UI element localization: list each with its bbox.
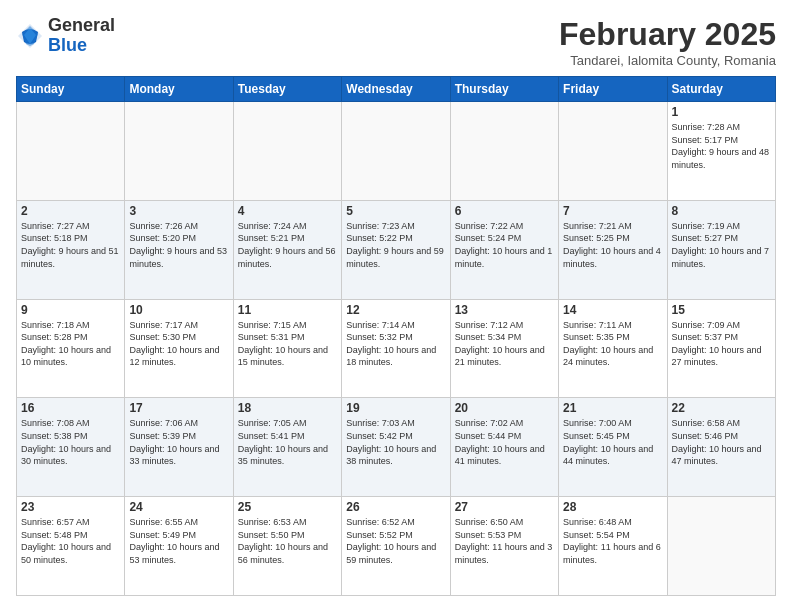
day-number: 23 xyxy=(21,500,120,514)
day-number: 27 xyxy=(455,500,554,514)
table-row: 11Sunrise: 7:15 AM Sunset: 5:31 PM Dayli… xyxy=(233,299,341,398)
table-row: 13Sunrise: 7:12 AM Sunset: 5:34 PM Dayli… xyxy=(450,299,558,398)
location: Tandarei, Ialomita County, Romania xyxy=(559,53,776,68)
day-info: Sunrise: 7:18 AM Sunset: 5:28 PM Dayligh… xyxy=(21,319,120,369)
day-info: Sunrise: 7:11 AM Sunset: 5:35 PM Dayligh… xyxy=(563,319,662,369)
day-info: Sunrise: 7:03 AM Sunset: 5:42 PM Dayligh… xyxy=(346,417,445,467)
day-info: Sunrise: 7:21 AM Sunset: 5:25 PM Dayligh… xyxy=(563,220,662,270)
day-info: Sunrise: 7:00 AM Sunset: 5:45 PM Dayligh… xyxy=(563,417,662,467)
col-wednesday: Wednesday xyxy=(342,77,450,102)
day-number: 7 xyxy=(563,204,662,218)
header: General Blue February 2025 Tandarei, Ial… xyxy=(16,16,776,68)
day-number: 12 xyxy=(346,303,445,317)
table-row: 26Sunrise: 6:52 AM Sunset: 5:52 PM Dayli… xyxy=(342,497,450,596)
table-row: 15Sunrise: 7:09 AM Sunset: 5:37 PM Dayli… xyxy=(667,299,775,398)
day-info: Sunrise: 6:48 AM Sunset: 5:54 PM Dayligh… xyxy=(563,516,662,566)
day-info: Sunrise: 7:26 AM Sunset: 5:20 PM Dayligh… xyxy=(129,220,228,270)
table-row xyxy=(667,497,775,596)
table-row: 20Sunrise: 7:02 AM Sunset: 5:44 PM Dayli… xyxy=(450,398,558,497)
table-row: 8Sunrise: 7:19 AM Sunset: 5:27 PM Daylig… xyxy=(667,200,775,299)
table-row: 24Sunrise: 6:55 AM Sunset: 5:49 PM Dayli… xyxy=(125,497,233,596)
day-number: 18 xyxy=(238,401,337,415)
day-number: 22 xyxy=(672,401,771,415)
title-block: February 2025 Tandarei, Ialomita County,… xyxy=(559,16,776,68)
day-number: 16 xyxy=(21,401,120,415)
day-info: Sunrise: 7:14 AM Sunset: 5:32 PM Dayligh… xyxy=(346,319,445,369)
calendar-week-row: 9Sunrise: 7:18 AM Sunset: 5:28 PM Daylig… xyxy=(17,299,776,398)
page: General Blue February 2025 Tandarei, Ial… xyxy=(0,0,792,612)
logo: General Blue xyxy=(16,16,115,56)
calendar-week-row: 1Sunrise: 7:28 AM Sunset: 5:17 PM Daylig… xyxy=(17,102,776,201)
table-row: 21Sunrise: 7:00 AM Sunset: 5:45 PM Dayli… xyxy=(559,398,667,497)
col-monday: Monday xyxy=(125,77,233,102)
day-number: 5 xyxy=(346,204,445,218)
day-info: Sunrise: 7:22 AM Sunset: 5:24 PM Dayligh… xyxy=(455,220,554,270)
calendar-header-row: Sunday Monday Tuesday Wednesday Thursday… xyxy=(17,77,776,102)
day-info: Sunrise: 7:23 AM Sunset: 5:22 PM Dayligh… xyxy=(346,220,445,270)
day-info: Sunrise: 7:12 AM Sunset: 5:34 PM Dayligh… xyxy=(455,319,554,369)
day-info: Sunrise: 6:57 AM Sunset: 5:48 PM Dayligh… xyxy=(21,516,120,566)
table-row: 14Sunrise: 7:11 AM Sunset: 5:35 PM Dayli… xyxy=(559,299,667,398)
day-number: 11 xyxy=(238,303,337,317)
col-sunday: Sunday xyxy=(17,77,125,102)
table-row: 2Sunrise: 7:27 AM Sunset: 5:18 PM Daylig… xyxy=(17,200,125,299)
day-info: Sunrise: 6:53 AM Sunset: 5:50 PM Dayligh… xyxy=(238,516,337,566)
table-row: 12Sunrise: 7:14 AM Sunset: 5:32 PM Dayli… xyxy=(342,299,450,398)
table-row: 17Sunrise: 7:06 AM Sunset: 5:39 PM Dayli… xyxy=(125,398,233,497)
day-number: 17 xyxy=(129,401,228,415)
day-number: 6 xyxy=(455,204,554,218)
day-number: 9 xyxy=(21,303,120,317)
day-number: 24 xyxy=(129,500,228,514)
col-thursday: Thursday xyxy=(450,77,558,102)
day-number: 13 xyxy=(455,303,554,317)
col-friday: Friday xyxy=(559,77,667,102)
table-row xyxy=(125,102,233,201)
day-info: Sunrise: 7:17 AM Sunset: 5:30 PM Dayligh… xyxy=(129,319,228,369)
month-title: February 2025 xyxy=(559,16,776,53)
day-info: Sunrise: 7:06 AM Sunset: 5:39 PM Dayligh… xyxy=(129,417,228,467)
calendar-table: Sunday Monday Tuesday Wednesday Thursday… xyxy=(16,76,776,596)
logo-text: General Blue xyxy=(48,16,115,56)
table-row: 7Sunrise: 7:21 AM Sunset: 5:25 PM Daylig… xyxy=(559,200,667,299)
day-info: Sunrise: 7:27 AM Sunset: 5:18 PM Dayligh… xyxy=(21,220,120,270)
table-row: 25Sunrise: 6:53 AM Sunset: 5:50 PM Dayli… xyxy=(233,497,341,596)
day-info: Sunrise: 7:19 AM Sunset: 5:27 PM Dayligh… xyxy=(672,220,771,270)
day-number: 21 xyxy=(563,401,662,415)
logo-general-text: General xyxy=(48,16,115,36)
calendar-week-row: 2Sunrise: 7:27 AM Sunset: 5:18 PM Daylig… xyxy=(17,200,776,299)
day-number: 4 xyxy=(238,204,337,218)
day-number: 28 xyxy=(563,500,662,514)
day-number: 25 xyxy=(238,500,337,514)
table-row: 28Sunrise: 6:48 AM Sunset: 5:54 PM Dayli… xyxy=(559,497,667,596)
table-row: 3Sunrise: 7:26 AM Sunset: 5:20 PM Daylig… xyxy=(125,200,233,299)
day-number: 8 xyxy=(672,204,771,218)
table-row: 23Sunrise: 6:57 AM Sunset: 5:48 PM Dayli… xyxy=(17,497,125,596)
table-row xyxy=(559,102,667,201)
table-row: 10Sunrise: 7:17 AM Sunset: 5:30 PM Dayli… xyxy=(125,299,233,398)
day-number: 14 xyxy=(563,303,662,317)
day-info: Sunrise: 6:52 AM Sunset: 5:52 PM Dayligh… xyxy=(346,516,445,566)
day-number: 2 xyxy=(21,204,120,218)
day-number: 20 xyxy=(455,401,554,415)
day-info: Sunrise: 7:05 AM Sunset: 5:41 PM Dayligh… xyxy=(238,417,337,467)
table-row: 6Sunrise: 7:22 AM Sunset: 5:24 PM Daylig… xyxy=(450,200,558,299)
day-info: Sunrise: 7:24 AM Sunset: 5:21 PM Dayligh… xyxy=(238,220,337,270)
table-row: 16Sunrise: 7:08 AM Sunset: 5:38 PM Dayli… xyxy=(17,398,125,497)
table-row xyxy=(450,102,558,201)
table-row xyxy=(17,102,125,201)
table-row: 22Sunrise: 6:58 AM Sunset: 5:46 PM Dayli… xyxy=(667,398,775,497)
day-info: Sunrise: 7:15 AM Sunset: 5:31 PM Dayligh… xyxy=(238,319,337,369)
table-row xyxy=(233,102,341,201)
table-row: 27Sunrise: 6:50 AM Sunset: 5:53 PM Dayli… xyxy=(450,497,558,596)
day-info: Sunrise: 6:55 AM Sunset: 5:49 PM Dayligh… xyxy=(129,516,228,566)
day-info: Sunrise: 7:02 AM Sunset: 5:44 PM Dayligh… xyxy=(455,417,554,467)
col-saturday: Saturday xyxy=(667,77,775,102)
table-row: 19Sunrise: 7:03 AM Sunset: 5:42 PM Dayli… xyxy=(342,398,450,497)
day-number: 15 xyxy=(672,303,771,317)
table-row xyxy=(342,102,450,201)
calendar-week-row: 16Sunrise: 7:08 AM Sunset: 5:38 PM Dayli… xyxy=(17,398,776,497)
logo-blue-text: Blue xyxy=(48,36,115,56)
day-info: Sunrise: 7:28 AM Sunset: 5:17 PM Dayligh… xyxy=(672,121,771,171)
table-row: 5Sunrise: 7:23 AM Sunset: 5:22 PM Daylig… xyxy=(342,200,450,299)
day-info: Sunrise: 6:58 AM Sunset: 5:46 PM Dayligh… xyxy=(672,417,771,467)
